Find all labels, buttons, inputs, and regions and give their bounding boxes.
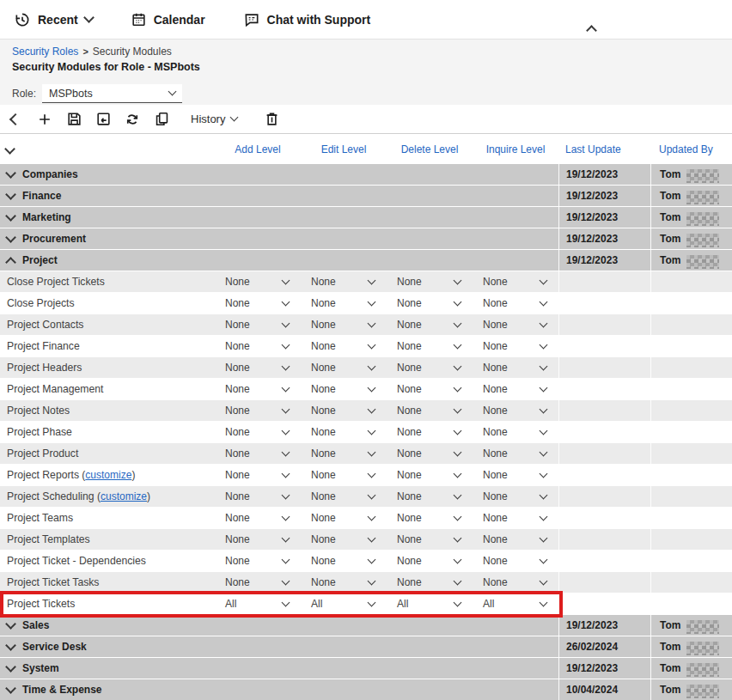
inquire-level-dropdown[interactable]: None — [473, 486, 558, 507]
add-level-dropdown[interactable]: None — [215, 293, 301, 313]
add-level-dropdown[interactable]: None — [215, 508, 301, 528]
refresh-button[interactable] — [122, 109, 143, 130]
collapse-header-button[interactable] — [581, 23, 601, 37]
group-row-companies[interactable]: Companies19/12/2023Tom — [0, 164, 732, 186]
group-row-procurement[interactable]: Procurement19/12/2023Tom — [0, 228, 732, 250]
add-level-dropdown[interactable]: None — [215, 379, 301, 399]
edit-level-dropdown[interactable]: None — [301, 357, 387, 378]
delete-level-dropdown[interactable]: None — [387, 443, 473, 464]
group-row-project[interactable]: Project19/12/2023Tom — [0, 250, 732, 271]
inquire-level-dropdown[interactable]: None — [473, 293, 558, 313]
back-button[interactable] — [5, 109, 26, 130]
delete-level-dropdown[interactable]: None — [387, 271, 473, 292]
add-level-dropdown[interactable]: None — [215, 422, 301, 442]
edit-level-dropdown[interactable]: None — [301, 400, 387, 421]
calendar-button[interactable]: Calendar — [131, 11, 205, 27]
customize-link[interactable]: customize — [101, 490, 147, 502]
inquire-level-dropdown[interactable]: None — [473, 271, 558, 292]
add-level-dropdown[interactable]: All — [215, 593, 301, 614]
role-select[interactable]: MSPbots — [42, 84, 182, 103]
column-header-last-update[interactable]: Last Update — [558, 143, 650, 155]
inquire-level-dropdown[interactable]: All — [473, 593, 558, 614]
delete-level-dropdown[interactable]: None — [387, 465, 473, 485]
group-row-marketing[interactable]: Marketing19/12/2023Tom — [0, 207, 732, 228]
inquire-level-dropdown[interactable]: None — [473, 379, 558, 399]
group-row-sales[interactable]: Sales19/12/2023Tom — [0, 615, 732, 636]
add-level-dropdown[interactable]: None — [215, 357, 301, 378]
edit-level-dropdown[interactable]: None — [301, 336, 387, 356]
delete-button[interactable] — [261, 109, 282, 130]
group-row-time-expense[interactable]: Time & Expense10/04/2024Tom — [0, 679, 732, 700]
add-level-dropdown[interactable]: None — [215, 465, 301, 485]
copy-button[interactable] — [151, 109, 172, 130]
delete-level-dropdown[interactable]: None — [387, 314, 473, 335]
history-button[interactable]: History — [187, 109, 241, 130]
column-header-add-level[interactable]: Add Level — [215, 143, 301, 155]
delete-level-dropdown[interactable]: None — [387, 422, 473, 442]
inquire-level-dropdown[interactable]: None — [473, 465, 558, 485]
customize-link[interactable]: customize — [85, 469, 131, 481]
delete-level-dropdown[interactable]: None — [387, 572, 473, 593]
add-button[interactable] — [34, 109, 55, 130]
add-level-dropdown[interactable]: None — [215, 572, 301, 593]
add-level-dropdown[interactable]: None — [215, 271, 301, 292]
edit-level-dropdown[interactable]: None — [301, 551, 387, 571]
delete-level-dropdown[interactable]: None — [387, 379, 473, 399]
edit-level-dropdown[interactable]: None — [301, 486, 387, 507]
save-button[interactable] — [64, 109, 84, 130]
inquire-level-dropdown[interactable]: None — [473, 357, 558, 378]
column-header-inquire-level[interactable]: Inquire Level — [473, 143, 558, 155]
group-row-system[interactable]: System19/12/2023Tom — [0, 658, 732, 679]
delete-level-dropdown[interactable]: None — [387, 400, 473, 421]
inquire-level-dropdown[interactable]: None — [473, 508, 558, 528]
chat-support-button[interactable]: Chat with Support — [243, 11, 371, 28]
edit-level-dropdown[interactable]: None — [301, 271, 387, 292]
group-row-service-desk[interactable]: Service Desk26/02/2024Tom — [0, 636, 732, 658]
column-header-edit-level[interactable]: Edit Level — [301, 143, 387, 155]
dropdown-value: None — [311, 405, 336, 417]
delete-level-dropdown[interactable]: None — [387, 529, 473, 550]
edit-level-dropdown[interactable]: None — [301, 314, 387, 335]
column-header-delete-level[interactable]: Delete Level — [387, 143, 473, 155]
delete-level-dropdown[interactable]: None — [387, 551, 473, 571]
edit-level-dropdown[interactable]: None — [301, 572, 387, 593]
delete-level-dropdown[interactable]: None — [387, 357, 473, 378]
inquire-level-dropdown[interactable]: None — [473, 422, 558, 442]
delete-level-dropdown[interactable]: None — [387, 508, 473, 528]
edit-level-dropdown[interactable]: None — [301, 465, 387, 485]
inquire-level-dropdown[interactable]: None — [473, 336, 558, 356]
delete-level-dropdown[interactable]: None — [387, 336, 473, 356]
column-header-updated-by[interactable]: Updated By — [650, 143, 732, 155]
inquire-level-dropdown[interactable]: None — [473, 572, 558, 593]
add-level-dropdown[interactable]: None — [215, 314, 301, 335]
edit-level-dropdown[interactable]: None — [301, 508, 387, 528]
edit-level-dropdown[interactable]: All — [301, 593, 387, 614]
collapse-all-button[interactable] — [0, 143, 215, 155]
inquire-level-dropdown[interactable]: None — [473, 314, 558, 335]
breadcrumb-link-security-roles[interactable]: Security Roles — [12, 46, 78, 58]
edit-level-dropdown[interactable]: None — [301, 379, 387, 399]
redacted-name — [686, 620, 719, 634]
delete-level-dropdown[interactable]: None — [387, 293, 473, 313]
edit-level-dropdown[interactable]: None — [301, 293, 387, 313]
module-label: Project Phase — [7, 426, 72, 438]
add-level-dropdown[interactable]: None — [215, 486, 301, 507]
delete-level-dropdown[interactable]: All — [387, 593, 473, 614]
inquire-level-dropdown[interactable]: None — [473, 529, 558, 550]
recent-button[interactable]: Recent — [14, 11, 93, 28]
add-level-dropdown[interactable]: None — [215, 443, 301, 464]
inquire-level-dropdown[interactable]: None — [473, 551, 558, 571]
inquire-level-dropdown[interactable]: None — [473, 443, 558, 464]
add-level-dropdown[interactable]: None — [215, 336, 301, 356]
edit-level-dropdown[interactable]: None — [301, 443, 387, 464]
edit-level-dropdown[interactable]: None — [301, 529, 387, 550]
add-level-dropdown[interactable]: None — [215, 529, 301, 550]
add-level-dropdown[interactable]: None — [215, 400, 301, 421]
inquire-level-dropdown[interactable]: None — [473, 400, 558, 421]
add-level-dropdown[interactable]: None — [215, 551, 301, 571]
save-close-button[interactable] — [93, 109, 113, 130]
edit-level-dropdown[interactable]: None — [301, 422, 387, 442]
group-row-finance[interactable]: Finance19/12/2023Tom — [0, 186, 732, 207]
module-label: Project Product — [7, 447, 78, 460]
delete-level-dropdown[interactable]: None — [387, 486, 473, 507]
